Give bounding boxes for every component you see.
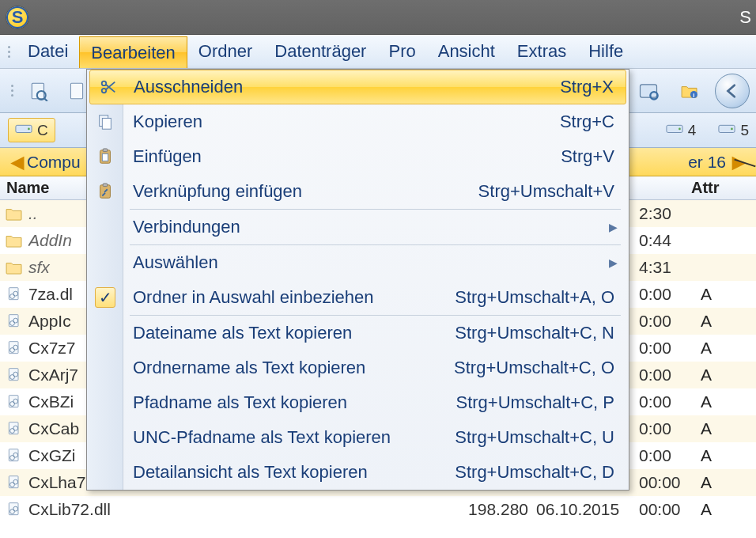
menu-item-verbindungen[interactable]: Verbindungen▶	[87, 210, 629, 244]
submenu-arrow-icon: ▶	[609, 256, 618, 269]
menu-item-shortcut: Strg+Umschalt+A, O	[455, 287, 614, 308]
file-time: 0:00	[639, 446, 701, 465]
svg-point-13	[731, 128, 733, 131]
column-header-attr[interactable]: Attr	[688, 179, 756, 197]
drive-label: 5	[740, 122, 749, 139]
file-time: 0:00	[639, 339, 701, 358]
menu-item-label: Kopieren	[133, 112, 202, 132]
dll-file-icon	[5, 286, 24, 303]
menu-pro[interactable]: Pro	[377, 35, 426, 68]
breadcrumb-segment[interactable]: er 16	[688, 153, 726, 172]
menu-item-label: Auswählen	[133, 252, 218, 273]
drive-button[interactable]: C	[8, 118, 55, 142]
toolbar-grip-icon[interactable]	[11, 85, 17, 97]
drive-button[interactable]: 4	[659, 118, 704, 142]
dll-file-icon	[5, 313, 24, 330]
menu-item-dateiname-als-text-kopieren[interactable]: Dateiname als Text kopierenStrg+Umschalt…	[87, 316, 629, 350]
dll-file-icon	[5, 339, 24, 357]
file-time: 0:00	[639, 392, 701, 411]
folder-icon	[5, 232, 24, 249]
drive-button[interactable]: 5	[711, 118, 756, 142]
menu-bearbeiten[interactable]: Bearbeiten	[79, 36, 187, 68]
menu-item-detailansicht-als-text-kopieren[interactable]: Detailansicht als Text kopierenStrg+Umsc…	[87, 455, 629, 490]
file-name: CxLib72.dll	[28, 500, 441, 519]
file-attr: A	[701, 500, 756, 519]
file-attr: A	[701, 473, 756, 492]
menu-item-ordner-in-auswahl-einbeziehen[interactable]: ✓Ordner in Auswahl einbeziehenStrg+Umsch…	[87, 280, 629, 315]
menu-item-shortcut: Strg+Umschalt+C, O	[454, 358, 614, 378]
svg-point-9	[28, 128, 30, 131]
menubar-grip-icon[interactable]	[8, 35, 17, 68]
menu-item-shortcut: Strg+V	[561, 146, 614, 167]
breadcrumb-segment[interactable]: Compu	[27, 153, 81, 172]
file-time: 4:31	[639, 258, 701, 277]
menu-item-label: Verbindungen	[133, 217, 240, 237]
menu-item-ordnername-als-text-kopieren[interactable]: Ordnername als Text kopierenStrg+Umschal…	[87, 350, 629, 385]
file-time: 0:00	[639, 419, 701, 438]
file-attr: A	[701, 446, 756, 465]
menu-ordner[interactable]: Ordner	[187, 35, 263, 68]
menu-item-label: UNC-Pfadname als Text kopieren	[133, 427, 391, 448]
menu-item-label: Ordnername als Text kopieren	[133, 358, 365, 378]
svg-rect-3	[70, 83, 82, 99]
file-attr: A	[701, 392, 756, 411]
file-time: 00:00	[639, 473, 701, 492]
file-time: 00:00	[639, 500, 701, 519]
menu-ansicht[interactable]: Ansicht	[427, 35, 506, 68]
file-attr: A	[701, 419, 756, 438]
menu-item-label: Dateiname als Text kopieren	[133, 323, 352, 343]
dll-file-icon	[5, 447, 24, 464]
file-attr: A	[701, 366, 756, 385]
file-attr: A	[701, 312, 756, 331]
toolbar-button[interactable]	[633, 75, 664, 107]
scissors-icon	[98, 77, 119, 97]
file-attr: A	[701, 285, 756, 304]
paste-icon	[95, 146, 115, 167]
app-logo-icon: S	[6, 6, 28, 28]
menu-item-kopieren[interactable]: KopierenStrg+C	[87, 104, 629, 139]
menu-item-unc-pfadname-als-text-kopieren[interactable]: UNC-Pfadname als Text kopierenStrg+Umsch…	[87, 420, 629, 455]
drive-label: 4	[688, 122, 697, 139]
menu-hilfe[interactable]: Hilfe	[577, 35, 634, 68]
toolbar-folder-info-button[interactable]: i	[674, 75, 705, 107]
menu-datei[interactable]: Datei	[17, 35, 79, 68]
menu-item-label: Verknüpfung einfügen	[133, 181, 302, 202]
menubar: DateiBearbeitenOrdnerDatenträgerProAnsic…	[0, 35, 756, 69]
menu-item-pfadname-als-text-kopieren[interactable]: Pfadname als Text kopierenStrg+Umschalt+…	[87, 385, 629, 420]
svg-text:i: i	[693, 92, 694, 98]
folder-icon	[5, 259, 24, 276]
toolbar-button[interactable]	[23, 75, 55, 107]
menu-item-label: Ausschneiden	[134, 77, 243, 97]
submenu-arrow-icon: ▶	[609, 221, 618, 233]
file-time: 0:44	[639, 231, 701, 250]
breadcrumb-left-arrow-icon[interactable]: ◀	[8, 153, 27, 172]
menu-datenträger[interactable]: Datenträger	[263, 35, 377, 68]
copy-icon	[95, 112, 115, 132]
file-attr: A	[701, 339, 756, 358]
file-row[interactable]: CxLib72.dll198.28006.10.201500:00A	[0, 496, 756, 523]
file-time: 0:00	[639, 366, 701, 385]
dll-file-icon	[5, 366, 24, 384]
dll-file-icon	[5, 474, 24, 491]
dll-file-icon	[5, 420, 24, 438]
menu-item-label: Ordner in Auswahl einbeziehen	[133, 287, 374, 308]
menu-item-label: Detailansicht als Text kopieren	[133, 462, 368, 483]
menu-item-ausw-hlen[interactable]: Auswählen▶	[87, 245, 629, 280]
menu-item-shortcut: Strg+Umschalt+C, U	[455, 427, 614, 448]
drive-label: C	[37, 122, 48, 139]
folder-icon	[5, 205, 24, 222]
menu-item-ausschneiden[interactable]: AusschneidenStrg+X	[89, 70, 626, 104]
menu-item-shortcut: Strg+C	[560, 112, 614, 132]
menu-item-einf-gen[interactable]: EinfügenStrg+V	[87, 139, 629, 174]
file-time: 2:30	[639, 204, 701, 223]
menu-item-shortcut: Strg+Umschalt+C, N	[455, 323, 614, 343]
back-button[interactable]	[715, 74, 750, 108]
svg-rect-51	[103, 184, 108, 187]
paste-link-icon	[95, 181, 115, 202]
dll-file-icon	[5, 393, 24, 411]
menu-extras[interactable]: Extras	[506, 35, 577, 68]
svg-line-2	[44, 97, 47, 100]
menu-item-verkn-pfung-einf-gen[interactable]: Verknüpfung einfügenStrg+Umschalt+V	[87, 174, 629, 209]
drive-icon	[666, 121, 683, 139]
menu-item-label: Einfügen	[133, 146, 202, 167]
